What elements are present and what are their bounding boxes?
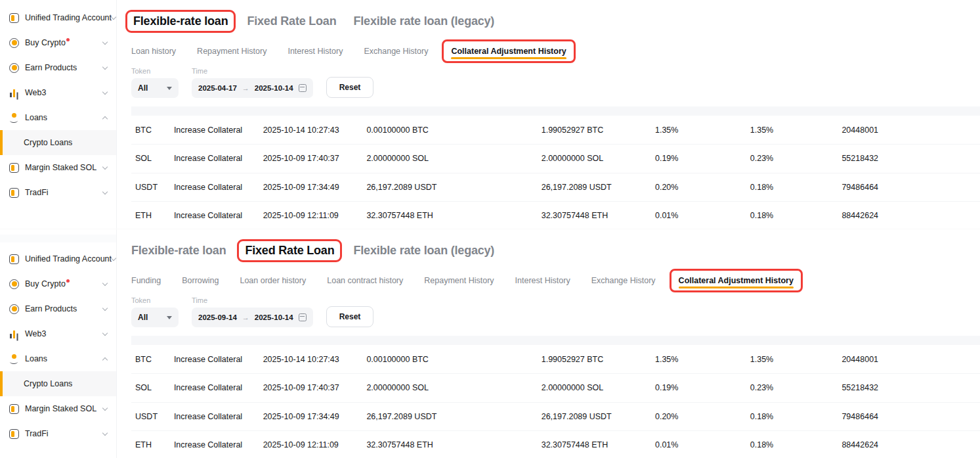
- sidebar-item-label: Crypto Loans: [24, 379, 72, 388]
- chevron-icon: [102, 116, 108, 121]
- cell-order-id: 88442624: [836, 431, 980, 458]
- loan-type-tab[interactable]: Flexible-rate loan: [125, 10, 236, 33]
- sidebar-item[interactable]: Margin Staked SOL: [0, 396, 116, 421]
- table-header-row: [131, 106, 980, 116]
- sidebar-item-label: Earn Products: [25, 63, 77, 72]
- loan-type-tab[interactable]: Flexible rate loan (legacy): [353, 244, 494, 258]
- cell-direction: Increase Collateral: [169, 345, 258, 374]
- cell-direction: Increase Collateral: [169, 374, 258, 403]
- cell-time: 2025-10-09 17:40:37: [258, 145, 362, 173]
- reset-button[interactable]: Reset: [326, 306, 374, 327]
- tradfi-icon: [9, 188, 19, 198]
- web3-icon: [9, 329, 19, 339]
- sidebar-item[interactable]: Buy Crypto: [0, 30, 116, 55]
- cell-coin: SOL: [131, 145, 169, 173]
- sidebar-item[interactable]: Unified Trading Account: [0, 246, 116, 271]
- table-row: USDT Increase Collateral 2025-10-09 17:3…: [131, 173, 980, 202]
- date-range-input[interactable]: 2025-09-14 → 2025-10-14: [192, 308, 313, 327]
- cell-coin: ETH: [131, 202, 169, 229]
- sidebar-item-label: Unified Trading Account: [25, 13, 112, 22]
- cell-direction: Increase Collateral: [169, 431, 258, 458]
- subtab-label: Borrowing: [182, 276, 219, 285]
- sidebar-item-label: Margin Staked SOL: [25, 404, 96, 413]
- unified-trading-account-icon: [9, 13, 19, 23]
- history-subtab[interactable]: Collateral Adjustment History: [670, 269, 803, 292]
- loan-type-tab[interactable]: Fixed Rate Loan: [237, 239, 342, 262]
- sidebar-item[interactable]: Buy Crypto: [0, 271, 116, 296]
- sidebar-item[interactable]: TradFi: [0, 421, 116, 446]
- column-header: [836, 336, 980, 345]
- chevron-icon: [111, 14, 116, 19]
- notification-dot-icon: [66, 38, 70, 41]
- table-row: ETH Increase Collateral 2025-10-09 12:11…: [131, 202, 980, 229]
- cell-adjusted-collateral-amount: 2.00000000 SOL: [536, 145, 650, 173]
- sidebar-item[interactable]: Margin Staked SOL: [0, 155, 116, 180]
- table-header-row: [131, 336, 980, 345]
- loan-type-tab[interactable]: Flexible rate loan (legacy): [353, 14, 494, 28]
- cell-time: 2025-10-14 10:27:43: [258, 345, 362, 374]
- column-header: [131, 336, 169, 345]
- cell-adjusted-collateral-amount: 2.00000000 SOL: [536, 374, 650, 403]
- sidebar-item[interactable]: Earn Products: [0, 296, 116, 321]
- sidebar-item[interactable]: Web3: [0, 321, 116, 346]
- history-subtab[interactable]: Funding: [131, 271, 161, 290]
- cell-adjusted-amount: 0.00100000 BTC: [361, 116, 536, 145]
- cell-coin: SOL: [131, 374, 169, 403]
- cell-adjusted-collateral-amount: 32.30757448 ETH: [536, 431, 650, 458]
- loan-type-tab[interactable]: Flexible-rate loan: [131, 244, 226, 258]
- main-content: Flexible-rate loan Fixed Rate Loan Flexi…: [117, 229, 980, 458]
- token-select[interactable]: All: [131, 78, 179, 98]
- subtab-label: Repayment History: [424, 276, 494, 285]
- tradfi-icon: [9, 429, 19, 439]
- history-subtab[interactable]: Collateral Adjustment History: [442, 39, 575, 63]
- column-header: [258, 106, 362, 116]
- history-subtab[interactable]: Exchange History: [364, 41, 428, 61]
- tab-label: Fixed Rate Loan: [245, 244, 334, 257]
- sidebar-item[interactable]: Crypto Loans: [0, 371, 116, 396]
- sidebar-item[interactable]: Earn Products: [0, 55, 116, 80]
- history-subtab[interactable]: Interest History: [515, 271, 570, 290]
- cell-coin: BTC: [131, 116, 169, 145]
- notification-dot-icon: [66, 279, 70, 283]
- collateral-adjustment-table: BTC Increase Collateral 2025-10-14 10:27…: [131, 106, 980, 229]
- history-subtab[interactable]: Repayment History: [424, 271, 494, 290]
- subtab-label: Exchange History: [591, 276, 656, 285]
- token-select[interactable]: All: [131, 308, 179, 327]
- token-select-value: All: [138, 83, 148, 93]
- history-subtabs: Loan history Repayment History Interest …: [131, 41, 980, 62]
- cell-ltv-before: 0.01%: [650, 431, 745, 458]
- sidebar-item[interactable]: Loans: [0, 105, 116, 130]
- table-row: SOL Increase Collateral 2025-10-09 17:40…: [131, 145, 980, 173]
- cell-ltv-after: 0.18%: [745, 202, 837, 229]
- margin-staked-sol-icon: [9, 404, 19, 414]
- panel-flexible-rate-loan: Unified Trading Account Buy Crypto Earn …: [0, 0, 980, 229]
- chevron-icon: [102, 280, 108, 285]
- column-header: [169, 106, 258, 116]
- column-header: [745, 106, 837, 116]
- subtab-label: Loan contract history: [327, 276, 403, 285]
- cell-order-id: 55218432: [836, 374, 980, 403]
- history-subtab[interactable]: Borrowing: [182, 271, 219, 290]
- history-subtab[interactable]: Repayment History: [197, 41, 266, 61]
- history-subtab[interactable]: Interest History: [288, 41, 343, 61]
- reset-button[interactable]: Reset: [326, 77, 374, 98]
- margin-staked-sol-icon: [9, 163, 19, 173]
- cell-order-id: 55218432: [836, 145, 980, 173]
- sidebar-item[interactable]: Web3: [0, 80, 116, 105]
- sidebar-item[interactable]: TradFi: [0, 180, 116, 205]
- sidebar-item[interactable]: Unified Trading Account: [0, 5, 116, 30]
- history-subtab[interactable]: Loan contract history: [327, 271, 403, 290]
- history-subtab[interactable]: Loan order history: [240, 271, 306, 290]
- history-subtab[interactable]: Loan history: [131, 41, 176, 61]
- cell-time: 2025-10-09 12:11:09: [258, 431, 362, 458]
- column-header: [836, 106, 980, 116]
- cell-time: 2025-10-09 12:11:09: [258, 202, 362, 229]
- sidebar-item[interactable]: Crypto Loans: [0, 130, 116, 155]
- date-range-input[interactable]: 2025-04-17 → 2025-10-14: [192, 78, 313, 98]
- sidebar-item[interactable]: Loans: [0, 346, 116, 371]
- column-header: [536, 106, 650, 116]
- cell-order-id: 20448001: [836, 116, 980, 145]
- loan-type-tab[interactable]: Fixed Rate Loan: [247, 14, 336, 28]
- history-subtab[interactable]: Exchange History: [591, 271, 656, 290]
- earn-products-icon: [9, 304, 19, 314]
